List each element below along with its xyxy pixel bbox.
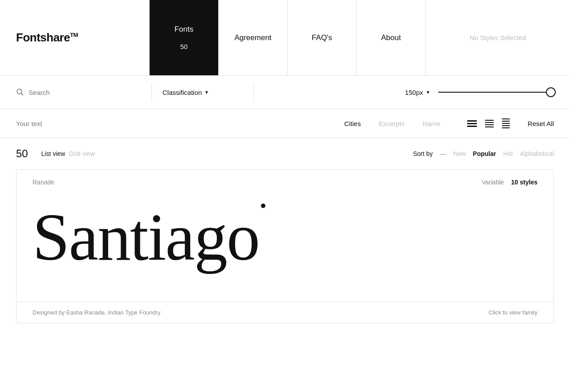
- sort-hot[interactable]: Hot: [503, 150, 513, 157]
- font-card-header: Ranade Variable 10 styles: [16, 170, 554, 195]
- sort-area: Sort by — New Popular Hot Alphabetical: [413, 150, 554, 157]
- text-input-row: Cities Excerpts Name Reset All: [0, 109, 570, 138]
- view-icon-small-lines[interactable]: [502, 118, 510, 128]
- sort-popular[interactable]: Popular: [473, 150, 496, 157]
- nav-item-fonts[interactable]: Fonts 50: [149, 0, 218, 75]
- font-card-styles: 10 styles: [511, 179, 537, 186]
- size-dropdown[interactable]: 150px ▾: [405, 89, 429, 96]
- slider-track: [438, 92, 554, 93]
- size-label: 150px: [405, 89, 423, 96]
- list-view-button[interactable]: List view: [41, 150, 65, 157]
- header: FontshareTM Fonts 50 Agreement FAQ's Abo…: [0, 0, 570, 76]
- classification-dropdown[interactable]: Classification ▾: [163, 89, 243, 96]
- font-card-meta: Variable 10 styles: [482, 179, 538, 186]
- sort-dash: —: [440, 150, 446, 157]
- logo-name: Fontshare: [16, 31, 70, 44]
- font-card-footer: Designed by Easha Ranade, Indian Type Fo…: [16, 302, 554, 323]
- nav-badge-fonts: 50: [180, 43, 188, 50]
- nav-label-faqs: FAQ's: [312, 33, 332, 42]
- font-card-designer: Designed by Easha Ranade, Indian Type Fo…: [33, 309, 160, 316]
- nav-item-about[interactable]: About: [356, 0, 425, 75]
- view-icon-large-lines[interactable]: [467, 120, 477, 127]
- font-size-slider[interactable]: [438, 92, 554, 93]
- logo[interactable]: FontshareTM: [16, 31, 78, 45]
- no-styles-selected: No Styles Selected: [425, 0, 570, 75]
- search-icon: [16, 88, 24, 96]
- font-card-preview: Santiago: [16, 195, 554, 302]
- search-input[interactable]: [28, 89, 118, 96]
- font-card[interactable]: Ranade Variable 10 styles Santiago Desig…: [16, 169, 554, 323]
- tab-excerpts[interactable]: Excerpts: [370, 120, 413, 127]
- nav-item-faqs[interactable]: FAQ's: [287, 0, 356, 75]
- toolbar: Classification ▾ 150px ▾: [0, 76, 570, 109]
- sort-new[interactable]: New: [453, 150, 466, 157]
- results-count: 50: [16, 147, 28, 160]
- nav-item-agreement[interactable]: Agreement: [218, 0, 287, 75]
- view-icons: [467, 118, 510, 128]
- toolbar-divider-2: [253, 83, 254, 101]
- font-card-cta[interactable]: Click to view family: [489, 309, 537, 316]
- your-text-input[interactable]: [16, 120, 283, 127]
- view-toggle: List view Grid view: [41, 150, 95, 157]
- reset-all-button[interactable]: Reset All: [528, 120, 554, 127]
- view-icon-medium-lines[interactable]: [485, 120, 494, 127]
- search-container: [16, 88, 141, 96]
- tab-cities[interactable]: Cities: [335, 120, 370, 127]
- font-card-variable: Variable: [482, 179, 504, 186]
- font-preview-dot: [261, 204, 265, 208]
- chevron-down-icon: ▾: [205, 89, 208, 95]
- font-card-name: Ranade: [33, 179, 54, 186]
- svg-point-0: [17, 89, 22, 94]
- svg-line-1: [21, 94, 24, 96]
- grid-view-button[interactable]: Grid view: [69, 150, 94, 157]
- slider-thumb[interactable]: [546, 87, 556, 97]
- classification-label: Classification: [163, 89, 202, 96]
- logo-area: FontshareTM: [0, 0, 149, 75]
- size-chevron-icon: ▾: [427, 89, 429, 95]
- nav-label-agreement: Agreement: [234, 33, 271, 42]
- results-bar: 50 List view Grid view Sort by — New Pop…: [0, 138, 570, 169]
- nav-label-about: About: [381, 33, 401, 42]
- nav-label-fonts: Fonts: [175, 25, 194, 34]
- logo-tm: TM: [70, 32, 78, 38]
- tab-name[interactable]: Name: [414, 120, 449, 127]
- toolbar-divider-1: [151, 83, 152, 101]
- sort-label: Sort by: [413, 150, 432, 157]
- font-preview-text: Santiago: [33, 204, 259, 270]
- sort-alphabetical[interactable]: Alphabetical: [520, 150, 554, 157]
- text-tabs: Cities Excerpts Name: [335, 120, 449, 127]
